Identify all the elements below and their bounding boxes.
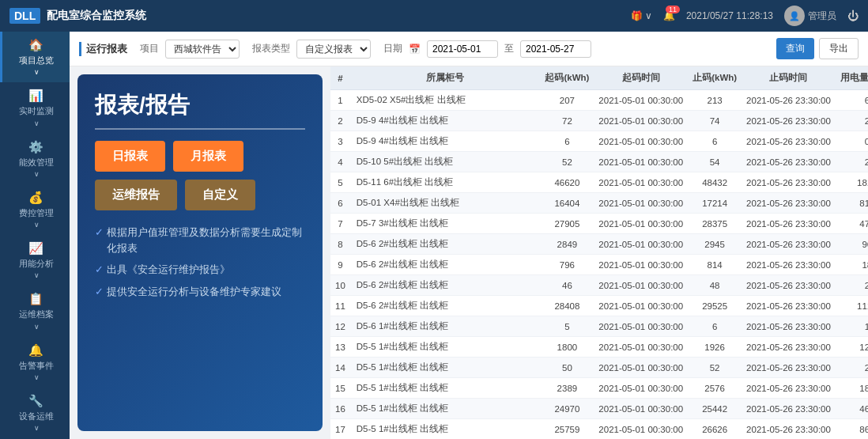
custom-report-button[interactable]: 自定义 [185, 180, 255, 210]
table-cell: 10 [330, 275, 350, 296]
chevron-icon-6: ∨ [34, 373, 40, 381]
sidebar-label-energy: 能效管理 [19, 157, 54, 168]
table-cell: 13 [330, 337, 350, 358]
logo-area: DLL 配电室综合监控系统 [9, 8, 146, 24]
project-label: 项目 [140, 42, 159, 55]
table-cell: D5-5 1#出线柜 出线柜 [350, 399, 541, 419]
sidebar-item-fee[interactable]: 💰 费控管理 ∨ [0, 184, 70, 235]
table-row: 17D5-5 1#出线柜 出线柜257592021-05-01 00:30:00… [330, 419, 868, 440]
sidebar-label-archive: 运维档案 [19, 308, 54, 320]
table-cell: D5-6 2#出线柜 出线柜 [350, 296, 541, 316]
table-cell: 2021-05-01 00:30:00 [594, 131, 688, 152]
col-start-time: 起码时间 [594, 66, 688, 90]
col-usage: 用电量(kWh) [836, 66, 868, 90]
sidebar-item-device[interactable]: 🔧 设备运维 ∨ [0, 388, 70, 438]
col-cabinet: 所属柜号 [350, 66, 541, 90]
table-cell: 27905 [540, 214, 594, 234]
table-cell: 0 [836, 131, 868, 152]
table-row: 2D5-9 4#出线柜 出线柜722021-05-01 00:30:007420… [330, 111, 868, 131]
table-cell: 74 [688, 111, 742, 131]
table-cell: 2021-05-26 23:30:00 [742, 275, 836, 296]
table-cell: 2021-05-01 00:30:00 [594, 358, 688, 378]
username: 管理员 [808, 9, 836, 23]
settings-icon[interactable]: 🎁 ∨ [631, 10, 652, 21]
sidebar-label-alarm: 告警事件 [19, 360, 54, 371]
type-label: 报表类型 [252, 42, 290, 55]
table-header: # 所属柜号 起码(kWh) 起码时间 止码(kWh) 止码时间 用电量(kWh… [330, 66, 868, 90]
chevron-icon-1: ∨ [34, 119, 40, 127]
logo-dll: DLL [9, 8, 40, 24]
table-cell: 2021-05-26 23:30:00 [742, 214, 836, 234]
date-end-input[interactable] [520, 40, 591, 58]
sidebar-item-analysis[interactable]: 📈 用能分析 ∨ [0, 235, 70, 286]
table-cell: 1117 [836, 296, 868, 316]
datetime-display: 2021/05/27 11:28:13 [686, 10, 773, 21]
check-icon-1: ✓ [95, 225, 104, 255]
table-cell: 4 [330, 152, 350, 172]
table-cell: 2021-05-26 23:30:00 [742, 193, 836, 214]
table-cell: 2 [330, 111, 350, 131]
table-cell: 17214 [688, 193, 742, 214]
table-cell: 2021-05-01 00:30:00 [594, 193, 688, 214]
table-cell: D5-01 X4#出线柜 出线柜 [350, 193, 541, 214]
report-bar-title: 运行报表 [79, 42, 127, 56]
chevron-icon-0: ∨ [34, 68, 40, 76]
sidebar-item-monitor[interactable]: 📊 实时监测 ∨ [0, 82, 70, 133]
monthly-report-button[interactable]: 月报表 [173, 141, 243, 172]
table-cell: 187 [836, 378, 868, 399]
sidebar-label-device: 设备运维 [19, 411, 54, 422]
table-row: 9D5-6 2#出线柜 出线柜7962021-05-01 00:30:00814… [330, 255, 868, 275]
power-icon[interactable]: ⏻ [847, 9, 859, 22]
table-cell: 2945 [688, 234, 742, 255]
table-row: 15D5-5 1#出线柜 出线柜23892021-05-01 00:30:002… [330, 378, 868, 399]
table-cell: 46 [540, 275, 594, 296]
table-cell: 24970 [540, 399, 594, 419]
table-cell: D5-5 1#出线柜 出线柜 [350, 358, 541, 378]
sidebar-label-overview: 项目总览 [19, 55, 54, 66]
fee-icon: 💰 [28, 191, 43, 205]
daily-report-button[interactable]: 日报表 [95, 141, 165, 172]
table-cell: 2 [836, 152, 868, 172]
table-row: 3D5-9 4#出线柜 出线柜62021-05-01 00:30:0062021… [330, 131, 868, 152]
device-icon: 🔧 [28, 394, 43, 408]
sidebar-item-alarm[interactable]: 🔔 告警事件 ∨ [0, 337, 70, 388]
export-button[interactable]: 导出 [819, 38, 859, 59]
table-cell: 48432 [688, 172, 742, 193]
table-cell: 2 [836, 111, 868, 131]
table-cell: 1812 [836, 172, 868, 193]
table-cell: D5-6 2#出线柜 出线柜 [350, 255, 541, 275]
table-cell: 2 [836, 275, 868, 296]
table-cell: 2021-05-26 23:30:00 [742, 296, 836, 316]
table-cell: 2021-05-01 00:30:00 [594, 337, 688, 358]
table-cell: 50 [540, 358, 594, 378]
table-cell: 2021-05-26 23:30:00 [742, 234, 836, 255]
sidebar-item-archive[interactable]: 📋 运维档案 ∨ [0, 286, 70, 336]
type-select[interactable]: 自定义报表 [296, 40, 371, 59]
table-cell: 2389 [540, 378, 594, 399]
table-cell: 2021-05-01 00:30:00 [594, 111, 688, 131]
home-icon: 🏠 [28, 38, 43, 52]
table-row: 8D5-6 2#出线柜 出线柜28492021-05-01 00:30:0029… [330, 234, 868, 255]
table-cell: 14 [330, 358, 350, 378]
sidebar-label-fee: 费控管理 [19, 207, 54, 218]
table-cell: 207 [540, 90, 594, 111]
date-start-input[interactable] [427, 40, 498, 58]
table-cell: D5-10 5#出线柜 出线柜 [350, 152, 541, 172]
table-cell: D5-9 4#出线柜 出线柜 [350, 131, 541, 152]
table-row: 1XD5-02 X5#出线柜 出线柜2072021-05-01 00:30:00… [330, 90, 868, 111]
sidebar-item-overview[interactable]: 🏠 项目总览 ∨ [0, 32, 70, 82]
project-select[interactable]: 西城软件告 [165, 40, 240, 59]
bell-button[interactable]: 🔔 11 [663, 10, 675, 21]
col-end-time: 止码时间 [742, 66, 836, 90]
chevron-icon-2: ∨ [34, 170, 40, 178]
query-button[interactable]: 查询 [776, 38, 814, 59]
table-row: 13D5-5 1#出线柜 出线柜18002021-05-01 00:30:001… [330, 337, 868, 358]
table-cell: 2021-05-26 23:30:00 [742, 419, 836, 440]
table-cell: 470 [836, 214, 868, 234]
table-cell: 48 [688, 275, 742, 296]
table-cell: 6 [688, 316, 742, 337]
table-cell: 11 [330, 296, 350, 316]
table-cell: 6 [540, 131, 594, 152]
ops-report-button[interactable]: 运维报告 [95, 180, 177, 210]
sidebar-item-energy[interactable]: ⚙️ 能效管理 ∨ [0, 134, 70, 184]
